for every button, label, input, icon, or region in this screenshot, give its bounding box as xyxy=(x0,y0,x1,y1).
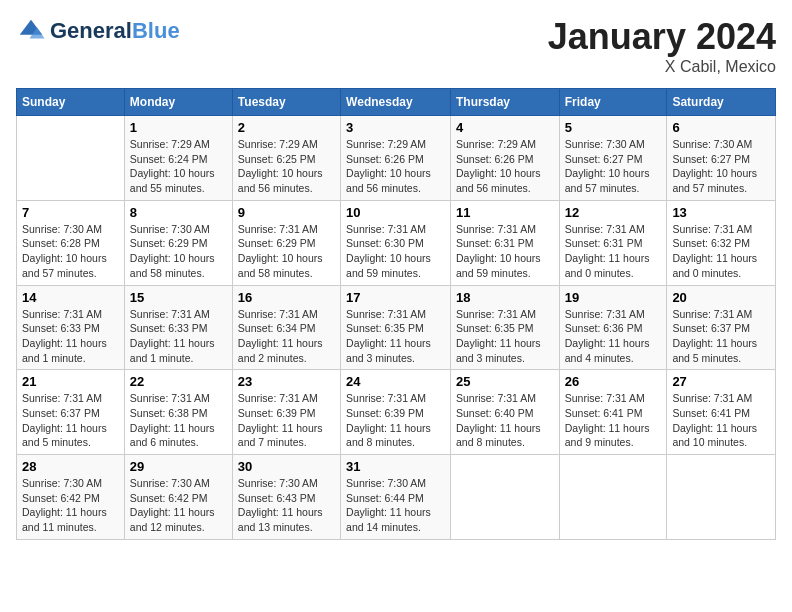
day-number: 9 xyxy=(238,205,335,220)
day-number: 31 xyxy=(346,459,445,474)
day-info: Sunrise: 7:31 AM Sunset: 6:35 PM Dayligh… xyxy=(346,307,445,366)
day-cell: 30Sunrise: 7:30 AM Sunset: 6:43 PM Dayli… xyxy=(232,455,340,540)
day-number: 7 xyxy=(22,205,119,220)
day-info: Sunrise: 7:31 AM Sunset: 6:31 PM Dayligh… xyxy=(565,222,662,281)
day-number: 23 xyxy=(238,374,335,389)
day-number: 27 xyxy=(672,374,770,389)
day-number: 16 xyxy=(238,290,335,305)
day-info: Sunrise: 7:31 AM Sunset: 6:32 PM Dayligh… xyxy=(672,222,770,281)
day-cell: 25Sunrise: 7:31 AM Sunset: 6:40 PM Dayli… xyxy=(450,370,559,455)
title-block: January 2024 X Cabil, Mexico xyxy=(548,16,776,76)
day-info: Sunrise: 7:31 AM Sunset: 6:41 PM Dayligh… xyxy=(565,391,662,450)
day-number: 12 xyxy=(565,205,662,220)
day-number: 20 xyxy=(672,290,770,305)
day-info: Sunrise: 7:30 AM Sunset: 6:42 PM Dayligh… xyxy=(130,476,227,535)
day-info: Sunrise: 7:30 AM Sunset: 6:43 PM Dayligh… xyxy=(238,476,335,535)
day-number: 4 xyxy=(456,120,554,135)
day-cell: 28Sunrise: 7:30 AM Sunset: 6:42 PM Dayli… xyxy=(17,455,125,540)
day-cell: 23Sunrise: 7:31 AM Sunset: 6:39 PM Dayli… xyxy=(232,370,340,455)
day-cell: 20Sunrise: 7:31 AM Sunset: 6:37 PM Dayli… xyxy=(667,285,776,370)
day-number: 26 xyxy=(565,374,662,389)
week-row-4: 28Sunrise: 7:30 AM Sunset: 6:42 PM Dayli… xyxy=(17,455,776,540)
day-info: Sunrise: 7:30 AM Sunset: 6:42 PM Dayligh… xyxy=(22,476,119,535)
day-cell xyxy=(17,116,125,201)
day-cell: 7Sunrise: 7:30 AM Sunset: 6:28 PM Daylig… xyxy=(17,200,125,285)
calendar-table: SundayMondayTuesdayWednesdayThursdayFrid… xyxy=(16,88,776,540)
weekday-sunday: Sunday xyxy=(17,89,125,116)
day-number: 5 xyxy=(565,120,662,135)
day-info: Sunrise: 7:31 AM Sunset: 6:36 PM Dayligh… xyxy=(565,307,662,366)
day-cell: 5Sunrise: 7:30 AM Sunset: 6:27 PM Daylig… xyxy=(559,116,667,201)
week-row-2: 14Sunrise: 7:31 AM Sunset: 6:33 PM Dayli… xyxy=(17,285,776,370)
day-info: Sunrise: 7:31 AM Sunset: 6:39 PM Dayligh… xyxy=(346,391,445,450)
day-number: 6 xyxy=(672,120,770,135)
day-info: Sunrise: 7:31 AM Sunset: 6:39 PM Dayligh… xyxy=(238,391,335,450)
weekday-saturday: Saturday xyxy=(667,89,776,116)
day-number: 24 xyxy=(346,374,445,389)
day-cell: 24Sunrise: 7:31 AM Sunset: 6:39 PM Dayli… xyxy=(341,370,451,455)
day-cell xyxy=(667,455,776,540)
day-number: 28 xyxy=(22,459,119,474)
day-info: Sunrise: 7:29 AM Sunset: 6:26 PM Dayligh… xyxy=(456,137,554,196)
week-row-0: 1Sunrise: 7:29 AM Sunset: 6:24 PM Daylig… xyxy=(17,116,776,201)
day-cell: 12Sunrise: 7:31 AM Sunset: 6:31 PM Dayli… xyxy=(559,200,667,285)
month-title: January 2024 xyxy=(548,16,776,58)
day-info: Sunrise: 7:31 AM Sunset: 6:31 PM Dayligh… xyxy=(456,222,554,281)
day-info: Sunrise: 7:31 AM Sunset: 6:30 PM Dayligh… xyxy=(346,222,445,281)
day-cell: 18Sunrise: 7:31 AM Sunset: 6:35 PM Dayli… xyxy=(450,285,559,370)
day-info: Sunrise: 7:30 AM Sunset: 6:27 PM Dayligh… xyxy=(672,137,770,196)
logo: General Blue xyxy=(16,16,180,46)
calendar-body: 1Sunrise: 7:29 AM Sunset: 6:24 PM Daylig… xyxy=(17,116,776,540)
day-info: Sunrise: 7:30 AM Sunset: 6:44 PM Dayligh… xyxy=(346,476,445,535)
day-cell: 4Sunrise: 7:29 AM Sunset: 6:26 PM Daylig… xyxy=(450,116,559,201)
day-number: 8 xyxy=(130,205,227,220)
day-info: Sunrise: 7:29 AM Sunset: 6:25 PM Dayligh… xyxy=(238,137,335,196)
day-number: 1 xyxy=(130,120,227,135)
day-cell: 11Sunrise: 7:31 AM Sunset: 6:31 PM Dayli… xyxy=(450,200,559,285)
day-number: 10 xyxy=(346,205,445,220)
day-cell: 13Sunrise: 7:31 AM Sunset: 6:32 PM Dayli… xyxy=(667,200,776,285)
day-cell: 22Sunrise: 7:31 AM Sunset: 6:38 PM Dayli… xyxy=(124,370,232,455)
day-cell: 29Sunrise: 7:30 AM Sunset: 6:42 PM Dayli… xyxy=(124,455,232,540)
page-header: General Blue January 2024 X Cabil, Mexic… xyxy=(16,16,776,76)
day-info: Sunrise: 7:30 AM Sunset: 6:29 PM Dayligh… xyxy=(130,222,227,281)
week-row-1: 7Sunrise: 7:30 AM Sunset: 6:28 PM Daylig… xyxy=(17,200,776,285)
weekday-tuesday: Tuesday xyxy=(232,89,340,116)
day-number: 2 xyxy=(238,120,335,135)
day-cell: 21Sunrise: 7:31 AM Sunset: 6:37 PM Dayli… xyxy=(17,370,125,455)
day-number: 19 xyxy=(565,290,662,305)
day-info: Sunrise: 7:31 AM Sunset: 6:29 PM Dayligh… xyxy=(238,222,335,281)
day-info: Sunrise: 7:31 AM Sunset: 6:40 PM Dayligh… xyxy=(456,391,554,450)
day-cell: 27Sunrise: 7:31 AM Sunset: 6:41 PM Dayli… xyxy=(667,370,776,455)
day-cell: 1Sunrise: 7:29 AM Sunset: 6:24 PM Daylig… xyxy=(124,116,232,201)
day-info: Sunrise: 7:31 AM Sunset: 6:33 PM Dayligh… xyxy=(22,307,119,366)
day-cell: 19Sunrise: 7:31 AM Sunset: 6:36 PM Dayli… xyxy=(559,285,667,370)
day-cell: 16Sunrise: 7:31 AM Sunset: 6:34 PM Dayli… xyxy=(232,285,340,370)
day-info: Sunrise: 7:31 AM Sunset: 6:33 PM Dayligh… xyxy=(130,307,227,366)
day-cell: 31Sunrise: 7:30 AM Sunset: 6:44 PM Dayli… xyxy=(341,455,451,540)
day-number: 29 xyxy=(130,459,227,474)
calendar-header: SundayMondayTuesdayWednesdayThursdayFrid… xyxy=(17,89,776,116)
location: X Cabil, Mexico xyxy=(548,58,776,76)
day-number: 21 xyxy=(22,374,119,389)
day-cell: 14Sunrise: 7:31 AM Sunset: 6:33 PM Dayli… xyxy=(17,285,125,370)
week-row-3: 21Sunrise: 7:31 AM Sunset: 6:37 PM Dayli… xyxy=(17,370,776,455)
weekday-friday: Friday xyxy=(559,89,667,116)
day-info: Sunrise: 7:31 AM Sunset: 6:37 PM Dayligh… xyxy=(22,391,119,450)
day-cell: 6Sunrise: 7:30 AM Sunset: 6:27 PM Daylig… xyxy=(667,116,776,201)
day-number: 3 xyxy=(346,120,445,135)
day-cell: 26Sunrise: 7:31 AM Sunset: 6:41 PM Dayli… xyxy=(559,370,667,455)
day-info: Sunrise: 7:30 AM Sunset: 6:27 PM Dayligh… xyxy=(565,137,662,196)
day-cell: 2Sunrise: 7:29 AM Sunset: 6:25 PM Daylig… xyxy=(232,116,340,201)
weekday-thursday: Thursday xyxy=(450,89,559,116)
logo-blue: Blue xyxy=(132,19,180,43)
day-info: Sunrise: 7:31 AM Sunset: 6:35 PM Dayligh… xyxy=(456,307,554,366)
day-cell: 3Sunrise: 7:29 AM Sunset: 6:26 PM Daylig… xyxy=(341,116,451,201)
day-number: 14 xyxy=(22,290,119,305)
day-info: Sunrise: 7:29 AM Sunset: 6:26 PM Dayligh… xyxy=(346,137,445,196)
day-number: 15 xyxy=(130,290,227,305)
day-info: Sunrise: 7:31 AM Sunset: 6:38 PM Dayligh… xyxy=(130,391,227,450)
weekday-monday: Monday xyxy=(124,89,232,116)
day-number: 18 xyxy=(456,290,554,305)
day-number: 13 xyxy=(672,205,770,220)
